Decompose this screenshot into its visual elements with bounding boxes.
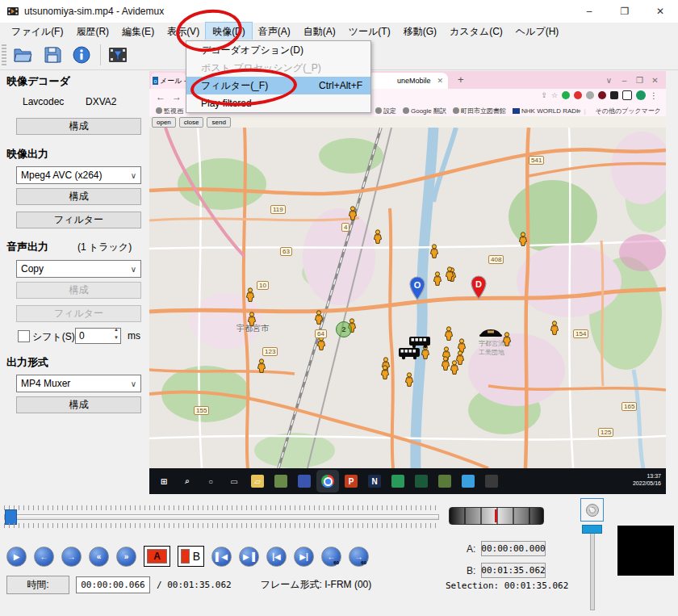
extension-icon[interactable] <box>598 91 606 99</box>
save-file-icon[interactable] <box>40 44 65 66</box>
minimize-button[interactable]: – <box>571 0 607 23</box>
browser-chevron-icon[interactable]: ∨ <box>601 76 617 85</box>
timeline-slider-track[interactable] <box>4 514 439 520</box>
photos-app-taskbar-icon[interactable] <box>272 472 290 490</box>
menubar-item-9[interactable]: カスタム(C) <box>443 23 509 40</box>
app-dark-taskbar-icon[interactable]: N <box>366 472 383 490</box>
browser-menu-icon[interactable]: ⋮ <box>650 91 658 100</box>
file-explorer-taskbar-icon[interactable]: ▱ <box>249 472 266 490</box>
volume-mute-button[interactable] <box>580 498 604 522</box>
person-marker[interactable] <box>245 287 255 302</box>
prev-black-frame-button[interactable]: ▌◀ <box>211 547 232 567</box>
jog-wheel[interactable] <box>449 507 544 525</box>
person-marker[interactable] <box>429 244 439 258</box>
person-marker[interactable] <box>550 321 559 335</box>
shift-spinbox[interactable]: 0 ▲ ▼ <box>75 328 121 344</box>
powerpoint-taskbar-icon[interactable]: P <box>342 472 360 490</box>
origin-pin[interactable]: O <box>408 276 426 300</box>
browser-minimize-icon[interactable]: – <box>617 76 632 85</box>
close-button[interactable]: ✕ <box>642 0 678 23</box>
bookmark-item[interactable]: 町田市立図書館 <box>453 107 506 115</box>
person-marker[interactable] <box>518 232 528 246</box>
audio-codec-select[interactable]: Copy ∨ <box>16 260 141 278</box>
last-frame-button[interactable]: ▶| <box>294 547 314 567</box>
video-filters-button[interactable]: フィルター <box>16 212 141 228</box>
close-page-button[interactable]: close <box>179 117 204 128</box>
map-canvas[interactable]: 宇都宮市 宇都宮清原 工業団地 OD2119463106412315540815… <box>149 128 666 468</box>
app-dark-green-taskbar-icon[interactable] <box>412 472 430 490</box>
menubar-item-6[interactable]: 自動(A) <box>297 23 342 40</box>
person-marker[interactable] <box>445 266 454 281</box>
back-one-minute-button[interactable]: ←60 <box>321 547 341 567</box>
bookmark-star-icon[interactable]: ☆ <box>551 91 558 99</box>
app-green-taskbar-icon[interactable] <box>389 472 407 490</box>
forward-one-minute-button[interactable]: →60 <box>349 547 369 567</box>
bookmarks-overflow-icon[interactable]: » <box>577 107 580 115</box>
browser-forward-icon[interactable]: → <box>172 91 182 103</box>
share-icon[interactable]: ⇪ <box>541 91 547 99</box>
profile-avatar[interactable] <box>636 90 646 100</box>
next-black-frame-button[interactable]: ▶▐ <box>239 547 259 567</box>
bookmark-item[interactable]: 監視画 <box>156 107 183 115</box>
next-keyframe-button[interactable]: » <box>116 547 136 567</box>
menubar-item-8[interactable]: 移動(G) <box>397 23 443 40</box>
snip-tool-taskbar-icon[interactable] <box>483 472 500 490</box>
browser-close-icon[interactable]: ✕ <box>647 76 663 85</box>
edge-taskbar-icon[interactable] <box>459 472 477 490</box>
cortana-taskbar-icon[interactable]: ○ <box>202 472 220 490</box>
bookmark-item[interactable]: 設定 <box>375 107 396 115</box>
volume-slider-track[interactable] <box>590 525 595 610</box>
browser-back-icon[interactable]: ← <box>156 91 165 103</box>
bus-marker[interactable] <box>398 346 421 360</box>
extension-icon[interactable] <box>586 91 594 99</box>
person-marker[interactable] <box>247 312 257 326</box>
play-button[interactable]: ▶ <box>6 547 27 567</box>
prev-frame-button[interactable]: ← <box>34 547 54 567</box>
person-marker[interactable] <box>257 358 266 373</box>
start-taskbar-icon[interactable]: ⊞ <box>155 472 173 490</box>
shift-checkbox[interactable] <box>18 330 30 342</box>
menubar-item-5[interactable]: 音声(A) <box>252 23 297 40</box>
menubar-item-10[interactable]: ヘルプ(H) <box>509 23 566 40</box>
maximize-button[interactable]: ❐ <box>607 0 642 23</box>
spinner-up-icon[interactable]: ▲ <box>114 327 119 332</box>
person-marker[interactable] <box>450 360 459 375</box>
person-marker[interactable] <box>314 310 324 325</box>
gimp-taskbar-icon[interactable] <box>295 472 313 490</box>
prev-keyframe-button[interactable]: « <box>89 547 109 567</box>
set-marker-b-button[interactable]: B <box>178 546 204 567</box>
menubar-item-2[interactable]: 編集(E) <box>115 23 161 40</box>
open-page-button[interactable]: open <box>152 117 176 128</box>
video-filters-icon[interactable] <box>106 44 130 66</box>
car-marker[interactable] <box>479 328 503 338</box>
tab-close-icon[interactable]: ✕ <box>437 77 443 85</box>
video-configure-button[interactable]: 構成 <box>16 188 141 205</box>
person-marker[interactable] <box>433 271 442 286</box>
person-marker[interactable] <box>444 326 454 341</box>
muxer-select[interactable]: MP4 Muxer ∨ <box>16 375 141 392</box>
new-tab-button[interactable]: + <box>458 73 464 86</box>
current-time-field[interactable]: 00:00:00.066 <box>76 576 150 593</box>
extension-icon[interactable] <box>622 90 632 100</box>
spinner-down-icon[interactable]: ▼ <box>114 335 119 340</box>
send-page-button[interactable]: send <box>207 117 230 128</box>
bookmark-item[interactable]: Google 翻訳 <box>403 107 446 115</box>
photo-viewer-taskbar-icon[interactable] <box>436 472 454 490</box>
person-marker[interactable] <box>502 332 512 346</box>
bookmark-item[interactable]: NHK WORLD RADI. <box>513 107 580 115</box>
video-codec-select[interactable]: Mpeg4 AVC (x264) ∨ <box>16 166 141 184</box>
extension-icon[interactable] <box>562 91 570 99</box>
toolbar-drag-handle[interactable] <box>2 44 6 65</box>
extension-icon[interactable] <box>574 91 582 99</box>
extension-icon[interactable] <box>610 91 618 99</box>
person-marker[interactable] <box>404 372 414 387</box>
set-marker-a-button[interactable]: A <box>144 546 170 567</box>
chrome-taskbar-icon[interactable] <box>319 472 337 490</box>
other-bookmarks-label[interactable]: その他のブックマーク <box>596 107 662 115</box>
decoder-configure-button[interactable]: 構成 <box>16 118 141 135</box>
search-taskbar-icon[interactable]: ⌕ <box>178 472 196 490</box>
next-frame-button[interactable]: → <box>61 547 82 567</box>
muxer-configure-button[interactable]: 構成 <box>16 396 141 413</box>
time-label-button[interactable]: 時間: <box>6 576 69 594</box>
information-icon[interactable] <box>69 44 94 66</box>
